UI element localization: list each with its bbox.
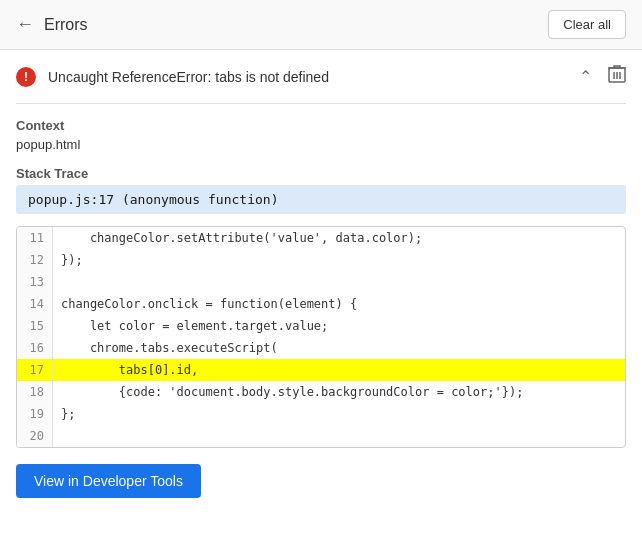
- code-line: 19};: [17, 403, 625, 425]
- code-line: 20: [17, 425, 625, 447]
- code-line: 12});: [17, 249, 625, 271]
- line-number: 11: [17, 227, 53, 249]
- line-content: {code: 'document.body.style.backgroundCo…: [53, 381, 531, 403]
- line-content: };: [53, 403, 83, 425]
- clear-all-button[interactable]: Clear all: [548, 10, 626, 39]
- dev-tools-button[interactable]: View in Developer Tools: [16, 464, 201, 498]
- error-actions: ⌃: [579, 64, 626, 89]
- line-content: [53, 425, 69, 447]
- line-number: 13: [17, 271, 53, 293]
- code-scroll[interactable]: 11 changeColor.setAttribute('value', dat…: [17, 227, 625, 447]
- line-number: 19: [17, 403, 53, 425]
- error-left: ! Uncaught ReferenceError: tabs is not d…: [16, 67, 329, 87]
- line-content: [53, 271, 69, 293]
- code-line: 15 let color = element.target.value;: [17, 315, 625, 337]
- code-block: 11 changeColor.setAttribute('value', dat…: [16, 226, 626, 448]
- context-label: Context: [16, 118, 626, 133]
- line-number: 12: [17, 249, 53, 271]
- code-line: 17 tabs[0].id,: [17, 359, 625, 381]
- stack-trace-label: Stack Trace: [16, 166, 626, 181]
- line-content: changeColor.setAttribute('value', data.c…: [53, 227, 430, 249]
- error-message: Uncaught ReferenceError: tabs is not def…: [48, 69, 329, 85]
- code-line: 18 {code: 'document.body.style.backgroun…: [17, 381, 625, 403]
- code-line: 16 chrome.tabs.executeScript(: [17, 337, 625, 359]
- delete-icon[interactable]: [608, 64, 626, 89]
- line-number: 18: [17, 381, 53, 403]
- line-content: changeColor.onclick = function(element) …: [53, 293, 365, 315]
- code-line: 14changeColor.onclick = function(element…: [17, 293, 625, 315]
- stack-trace-entry: popup.js:17 (anonymous function): [16, 185, 626, 214]
- header: ← Errors Clear all: [0, 0, 642, 50]
- line-content: });: [53, 249, 91, 271]
- error-item: ! Uncaught ReferenceError: tabs is not d…: [16, 50, 626, 104]
- page-title: Errors: [44, 16, 88, 34]
- back-button[interactable]: ←: [16, 14, 34, 35]
- line-number: 14: [17, 293, 53, 315]
- line-number: 16: [17, 337, 53, 359]
- line-number: 17: [17, 359, 53, 381]
- line-content: let color = element.target.value;: [53, 315, 336, 337]
- line-number: 20: [17, 425, 53, 447]
- line-number: 15: [17, 315, 53, 337]
- code-line: 11 changeColor.setAttribute('value', dat…: [17, 227, 625, 249]
- code-line: 13: [17, 271, 625, 293]
- line-content: chrome.tabs.executeScript(: [53, 337, 286, 359]
- main-content: ! Uncaught ReferenceError: tabs is not d…: [0, 50, 642, 514]
- context-value: popup.html: [16, 137, 626, 152]
- line-content: tabs[0].id,: [53, 359, 206, 381]
- header-left: ← Errors: [16, 14, 88, 35]
- error-icon: !: [16, 67, 36, 87]
- collapse-icon[interactable]: ⌃: [579, 67, 592, 86]
